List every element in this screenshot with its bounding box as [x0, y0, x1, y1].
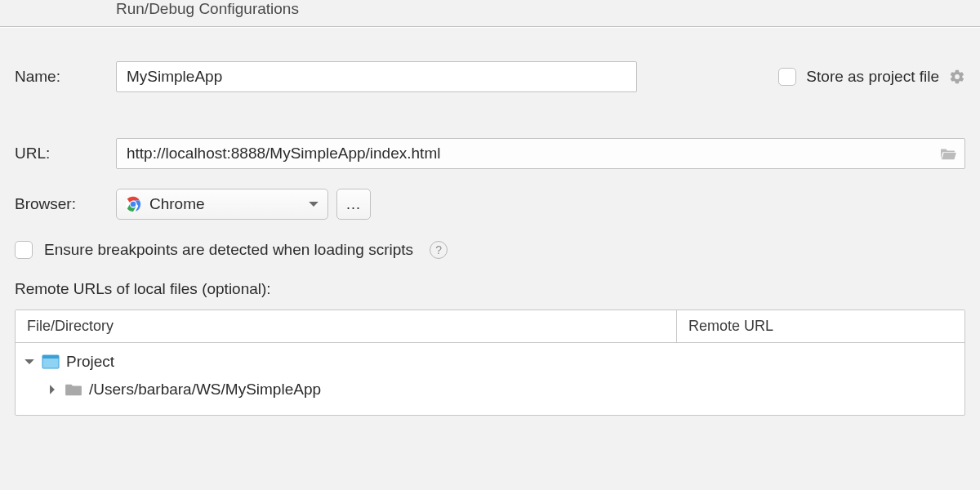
table-body: Project /Users/barbara/WS/MySimpleApp [16, 343, 964, 415]
window-title-bar: Run/Debug Configurations [0, 0, 980, 26]
browser-label: Browser: [15, 195, 116, 213]
browser-value: Chrome [149, 195, 300, 213]
store-project-file-label: Store as project file [806, 68, 939, 86]
tree-row-project[interactable]: Project [16, 348, 964, 376]
chrome-icon [125, 196, 141, 212]
remote-urls-table: File/Directory Remote URL Project [15, 310, 965, 416]
store-project-file-area: Store as project file [778, 68, 965, 86]
chevron-down-icon [308, 198, 319, 210]
svg-rect-4 [42, 355, 59, 359]
project-icon [42, 354, 60, 369]
url-input[interactable] [116, 138, 965, 169]
more-label: ... [346, 196, 361, 213]
tree-label: /Users/barbara/WS/MySimpleApp [89, 381, 321, 399]
url-label: URL: [15, 145, 116, 163]
browser-more-button[interactable]: ... [336, 189, 371, 220]
name-row: Name: Store as project file [15, 61, 965, 92]
browser-row: Browser: Chrome ... [15, 189, 965, 220]
disclosure-closed-icon[interactable] [47, 384, 58, 395]
tree-row-folder[interactable]: /Users/barbara/WS/MySimpleApp [16, 376, 964, 403]
url-row: URL: [15, 138, 965, 169]
ensure-breakpoints-label: Ensure breakpoints are detected when loa… [44, 241, 413, 259]
help-icon[interactable]: ? [430, 241, 448, 259]
disclosure-open-icon[interactable] [24, 356, 35, 368]
browser-select[interactable]: Chrome [116, 189, 328, 220]
svg-point-2 [131, 202, 136, 207]
url-input-wrapper [116, 138, 965, 169]
config-form: Name: Store as project file URL: Browser… [0, 27, 980, 416]
table-header: File/Directory Remote URL [16, 310, 964, 343]
remote-urls-section-label: Remote URLs of local files (optional): [15, 280, 965, 298]
store-project-file-checkbox[interactable] [778, 68, 796, 86]
gear-icon[interactable] [949, 69, 965, 85]
tree-label: Project [66, 353, 114, 371]
name-label: Name: [15, 68, 116, 86]
ensure-breakpoints-row: Ensure breakpoints are detected when loa… [15, 241, 965, 259]
ensure-breakpoints-checkbox[interactable] [15, 241, 33, 259]
name-input[interactable] [116, 61, 637, 92]
window-title: Run/Debug Configurations [116, 0, 299, 18]
folder-open-icon[interactable] [939, 146, 957, 161]
column-header-file-directory[interactable]: File/Directory [16, 310, 677, 343]
folder-icon [65, 382, 82, 397]
column-header-remote-url[interactable]: Remote URL [677, 310, 964, 343]
